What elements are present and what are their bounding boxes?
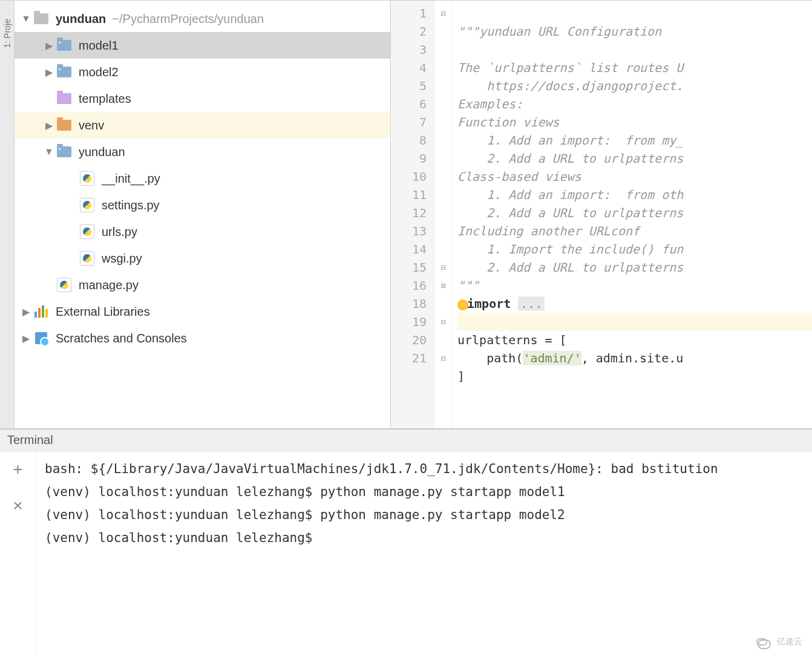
tree-item-label: templates — [79, 92, 131, 106]
line-number[interactable]: 21 — [391, 349, 427, 367]
chevron-down-icon[interactable]: ▼ — [19, 13, 33, 24]
folded-code-badge[interactable]: ... — [518, 296, 545, 311]
tree-item-model2[interactable]: ▶model2 — [15, 59, 390, 85]
chevron-right-icon[interactable]: ▶ — [42, 67, 56, 78]
line-number[interactable]: 19 — [391, 313, 427, 331]
terminal-output[interactable]: bash: ${/Library/Java/JavaVirtualMachine… — [36, 451, 812, 657]
fold-toggle-icon[interactable]: ⊟ — [434, 313, 452, 331]
tree-item-__init__-py[interactable]: __init__.py — [15, 165, 390, 192]
venv-folder-icon — [56, 118, 73, 132]
fold-gutter[interactable]: ⊟⊟⊞⊟⊟ — [434, 1, 453, 428]
tree-item-label: model2 — [79, 65, 119, 79]
tree-item-templates[interactable]: templates — [15, 85, 390, 112]
fold-spacer — [434, 222, 452, 240]
tree-item-model1[interactable]: ▶model1 — [15, 32, 390, 59]
line-number[interactable]: 3 — [391, 41, 427, 59]
tree-root[interactable]: ▼ yunduan ~/PycharmProjects/yunduan — [15, 5, 390, 32]
chevron-right-icon[interactable]: ▶ — [19, 333, 33, 344]
fold-spacer — [434, 240, 452, 258]
watermark-icon — [756, 638, 767, 646]
external-libraries[interactable]: ▶ External Libraries — [15, 298, 390, 325]
python-file-icon — [79, 224, 96, 239]
chevron-right-icon[interactable]: ▶ — [19, 306, 33, 318]
fold-spacer — [434, 168, 452, 186]
editor-panel: 1234567891011121314151618192021 ⊟⊟⊞⊟⊟ ""… — [391, 1, 812, 428]
project-tree-panel: ▼ yunduan ~/PycharmProjects/yunduan ▶mod… — [15, 1, 391, 428]
templates-folder-icon — [56, 91, 73, 106]
line-number[interactable]: 18 — [391, 295, 427, 313]
tree-item-manage-py[interactable]: manage.py — [15, 272, 390, 298]
tree-item-venv[interactable]: ▶venv — [15, 112, 390, 139]
fold-spacer — [434, 41, 452, 59]
package-folder-icon — [56, 65, 73, 79]
scratches-consoles[interactable]: ▶ Scratches and Consoles — [15, 325, 390, 351]
tree-item-settings-py[interactable]: settings.py — [15, 192, 390, 218]
code-area[interactable]: """yunduan URL Configuration The `urlpat… — [453, 1, 812, 428]
line-number[interactable]: 12 — [391, 204, 427, 222]
current-line — [457, 313, 812, 331]
line-number[interactable]: 11 — [391, 186, 427, 204]
fold-spacer — [434, 204, 452, 222]
fold-spacer — [434, 59, 452, 77]
package-folder-icon — [56, 145, 73, 159]
line-number[interactable]: 5 — [391, 77, 427, 95]
tree-item-label: urls.py — [102, 225, 137, 239]
fold-toggle-icon[interactable]: ⊟ — [434, 258, 452, 276]
line-number[interactable]: 9 — [391, 149, 427, 168]
python-file-icon — [79, 251, 96, 266]
python-file-icon — [79, 198, 96, 212]
tree-item-label: settings.py — [102, 198, 160, 212]
line-number[interactable]: 8 — [391, 131, 427, 149]
line-number[interactable]: 6 — [391, 95, 427, 113]
add-terminal-icon[interactable]: + — [13, 460, 22, 479]
fold-spacer — [434, 131, 452, 149]
chevron-down-icon[interactable]: ▼ — [42, 146, 56, 157]
tree-item-label: yunduan — [79, 145, 125, 159]
fold-spacer — [434, 295, 452, 313]
line-number-gutter[interactable]: 1234567891011121314151618192021 — [391, 1, 434, 428]
python-file-icon — [56, 278, 73, 292]
left-tool-gutter[interactable]: 1: Proje — [0, 1, 15, 428]
chevron-right-icon[interactable]: ▶ — [42, 120, 56, 131]
watermark: 亿速云 — [756, 636, 802, 647]
tree-item-wsgi-py[interactable]: wsgi.py — [15, 245, 390, 272]
line-number[interactable]: 2 — [391, 22, 427, 41]
line-number[interactable]: 4 — [391, 59, 427, 77]
line-number[interactable]: 16 — [391, 276, 427, 295]
tree-item-yunduan[interactable]: ▼yunduan — [15, 139, 390, 165]
tree-item-label: wsgi.py — [102, 252, 142, 266]
folder-icon — [34, 13, 48, 24]
fold-spacer — [434, 186, 452, 204]
tree-item-label: model1 — [79, 39, 119, 53]
fold-toggle-icon[interactable]: ⊟ — [434, 349, 452, 367]
fold-toggle-icon[interactable]: ⊟ — [434, 4, 452, 22]
fold-spacer — [434, 331, 452, 349]
line-number[interactable]: 7 — [391, 113, 427, 131]
tree-item-label: __init__.py — [102, 172, 160, 186]
line-number[interactable]: 14 — [391, 240, 427, 258]
tree-item-label: venv — [79, 119, 104, 132]
close-terminal-icon[interactable]: × — [13, 496, 22, 515]
tree-item-label: manage.py — [79, 278, 139, 292]
line-number[interactable]: 20 — [391, 331, 427, 349]
python-file-icon — [79, 171, 96, 186]
fold-toggle-icon[interactable]: ⊞ — [434, 276, 452, 295]
line-number[interactable]: 1 — [391, 4, 427, 22]
scratches-label: Scratches and Consoles — [56, 332, 187, 345]
fold-spacer — [434, 95, 452, 113]
terminal-title[interactable]: Terminal — [0, 430, 812, 451]
tree-item-urls-py[interactable]: urls.py — [15, 218, 390, 245]
line-number[interactable]: 15 — [391, 258, 427, 276]
package-folder-icon — [56, 38, 73, 53]
line-number[interactable]: 10 — [391, 168, 427, 186]
root-name: yunduan — [56, 12, 106, 26]
line-number[interactable]: 13 — [391, 222, 427, 240]
fold-spacer — [434, 77, 452, 95]
fold-spacer — [434, 113, 452, 131]
project-tool-label[interactable]: 1: Proje — [2, 19, 12, 48]
fold-spacer — [434, 22, 452, 41]
terminal-panel: Terminal + × bash: ${/Library/Java/JavaV… — [0, 428, 812, 657]
library-icon — [33, 304, 50, 319]
ext-libs-label: External Libraries — [56, 305, 150, 319]
chevron-right-icon[interactable]: ▶ — [42, 40, 56, 51]
